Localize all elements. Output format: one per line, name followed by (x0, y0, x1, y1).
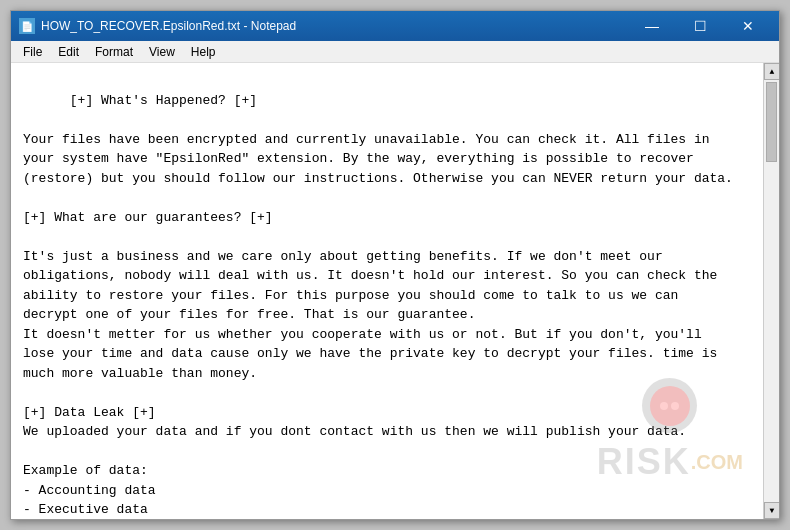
menu-edit[interactable]: Edit (50, 43, 87, 61)
content-area: [+] What's Happened? [+] Your files have… (11, 63, 779, 519)
scrollbar-thumb[interactable] (766, 82, 777, 162)
close-button[interactable]: ✕ (725, 11, 771, 41)
window-controls: — ☐ ✕ (629, 11, 771, 41)
menu-bar: File Edit Format View Help (11, 41, 779, 63)
menu-help[interactable]: Help (183, 43, 224, 61)
text-editor[interactable]: [+] What's Happened? [+] Your files have… (11, 63, 763, 519)
scroll-up-button[interactable]: ▲ (764, 63, 779, 80)
dot-1 (660, 402, 668, 410)
maximize-button[interactable]: ☐ (677, 11, 723, 41)
scrollbar-track[interactable] (764, 80, 779, 502)
watermark-suffix: .COM (691, 447, 743, 477)
vertical-scrollbar: ▲ ▼ (763, 63, 779, 519)
notepad-window: 📄 HOW_TO_RECOVER.EpsilonRed.txt - Notepa… (10, 10, 780, 520)
scroll-down-button[interactable]: ▼ (764, 502, 779, 519)
watermark-dots (660, 402, 679, 410)
menu-format[interactable]: Format (87, 43, 141, 61)
watermark-inner-circle (650, 386, 690, 426)
menu-view[interactable]: View (141, 43, 183, 61)
dot-2 (671, 402, 679, 410)
minimize-button[interactable]: — (629, 11, 675, 41)
ransom-note-text: [+] What's Happened? [+] Your files have… (23, 93, 733, 520)
watermark-text-row: RISK .COM (597, 435, 743, 489)
watermark-text: RISK (597, 435, 691, 489)
window-icon: 📄 (19, 18, 35, 34)
window-title: HOW_TO_RECOVER.EpsilonRed.txt - Notepad (41, 19, 629, 33)
menu-file[interactable]: File (15, 43, 50, 61)
title-bar: 📄 HOW_TO_RECOVER.EpsilonRed.txt - Notepa… (11, 11, 779, 41)
